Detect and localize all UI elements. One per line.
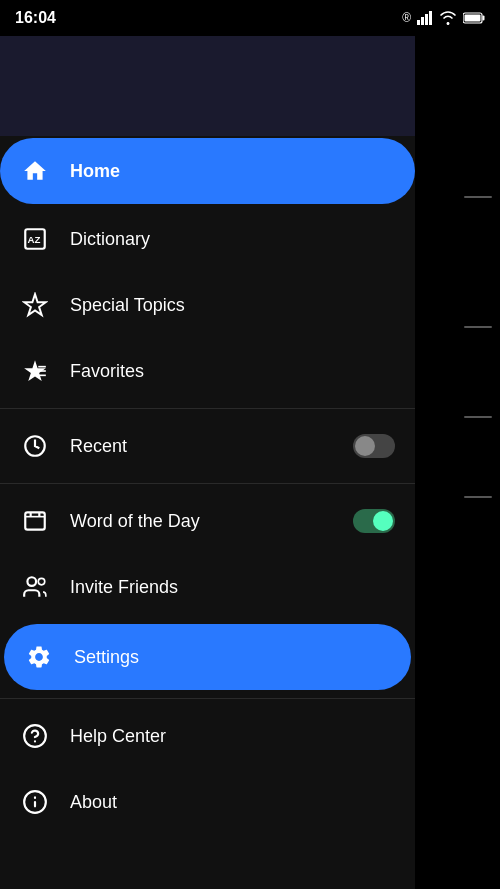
sidebar-item-settings-label: Settings [74,647,391,668]
sidebar-item-about[interactable]: About [0,769,415,835]
scroll-indicator-3 [464,416,492,418]
sidebar-item-special-topics[interactable]: Special Topics [0,272,415,338]
svg-rect-0 [417,20,420,25]
svg-rect-1 [421,17,424,25]
svg-rect-2 [425,14,428,25]
divider-3 [0,698,415,699]
special-topics-icon [20,290,50,320]
sidebar-item-help-center-label: Help Center [70,726,395,747]
sidebar-item-word-of-day[interactable]: Word of the Day [0,488,415,554]
recent-toggle-container [353,434,395,458]
sidebar-item-home[interactable]: Home [0,138,415,204]
sidebar-item-dictionary-label: Dictionary [70,229,395,250]
sidebar-item-help-center[interactable]: Help Center [0,703,415,769]
svg-text:AZ: AZ [27,234,40,245]
sidebar-item-invite-friends[interactable]: Invite Friends [0,554,415,620]
word-of-day-icon [20,506,50,536]
sidebar-item-special-topics-label: Special Topics [70,295,395,316]
settings-icon [24,642,54,672]
word-of-day-toggle-container [353,509,395,533]
sidebar: Home AZ Dictionary Special Topics Favori… [0,36,415,889]
svg-rect-5 [483,16,485,21]
svg-rect-13 [25,512,45,529]
wifi-icon [439,11,457,25]
sidebar-item-favorites-label: Favorites [70,361,395,382]
dictionary-icon: AZ [20,224,50,254]
svg-rect-6 [465,15,481,22]
svg-point-17 [27,577,36,586]
right-panel [415,36,500,889]
sidebar-item-recent[interactable]: Recent [0,413,415,479]
status-bar: 16:04 ® [0,0,500,36]
sidebar-item-invite-friends-label: Invite Friends [70,577,395,598]
scroll-indicator-4 [464,496,492,498]
sidebar-item-about-label: About [70,792,395,813]
about-icon [20,787,50,817]
scroll-indicator-2 [464,326,492,328]
favorites-icon [20,356,50,386]
svg-point-20 [34,740,36,742]
recent-toggle[interactable] [353,434,395,458]
sidebar-item-settings[interactable]: Settings [4,624,411,690]
battery-icon [463,12,485,24]
svg-point-18 [38,578,45,585]
invite-friends-icon [20,572,50,602]
sidebar-item-dictionary[interactable]: AZ Dictionary [0,206,415,272]
recent-toggle-knob [355,436,375,456]
scroll-indicator-1 [464,196,492,198]
home-icon [20,156,50,186]
divider-2 [0,483,415,484]
sidebar-item-favorites[interactable]: Favorites [0,338,415,404]
status-icons: ® [402,11,485,25]
recent-icon [20,431,50,461]
sidebar-item-home-label: Home [70,161,395,182]
registered-icon: ® [402,11,411,25]
help-center-icon [20,721,50,751]
sidebar-item-recent-label: Recent [70,436,353,457]
sidebar-item-word-of-day-label: Word of the Day [70,511,353,532]
svg-point-24 [34,797,36,799]
signal-icon [417,11,433,25]
svg-rect-3 [429,11,432,25]
word-of-day-toggle-knob [373,511,393,531]
header-image [0,36,415,136]
divider-1 [0,408,415,409]
word-of-day-toggle[interactable] [353,509,395,533]
status-time: 16:04 [15,9,56,27]
